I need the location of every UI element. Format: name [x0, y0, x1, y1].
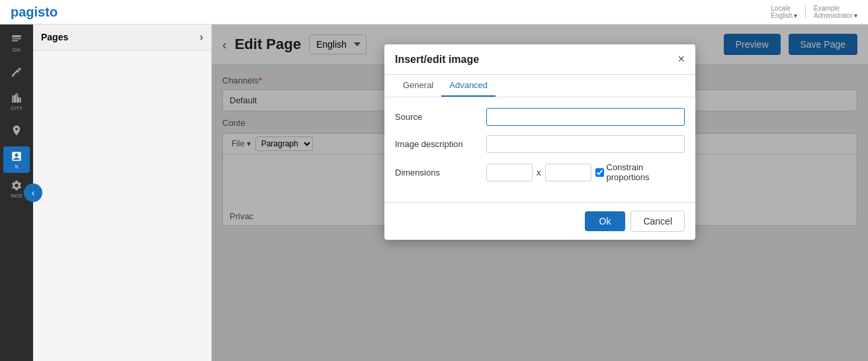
sidebar-item-city[interactable]: CITY	[3, 88, 30, 115]
svg-rect-0	[12, 35, 21, 37]
locale-value: English	[771, 12, 793, 19]
modal-insert-edit-image: Insert/edit image × General Advanced Sou…	[384, 44, 695, 240]
example-label: Example	[814, 5, 840, 12]
sidebar-item-item3[interactable]	[3, 117, 30, 144]
content-area: ‹ Edit Page English French German Spanis…	[212, 25, 868, 361]
pages-panel-header: Pages ›	[33, 25, 211, 50]
tab-general[interactable]: General	[395, 75, 441, 97]
pages-panel-title: Pages	[41, 32, 68, 42]
dimensions-label: Dimensions	[395, 168, 481, 178]
divider	[805, 5, 806, 19]
locale-dropdown-arrow: ▾	[794, 12, 797, 19]
dim-height-input[interactable]	[545, 164, 591, 181]
constrain-checkbox[interactable]	[595, 168, 604, 177]
modal-body: Source Image description Dimensions x	[384, 97, 695, 202]
pages-expand-arrow[interactable]: ›	[200, 31, 203, 43]
source-label: Source	[395, 112, 481, 122]
pages-collapse-btn[interactable]: ‹	[24, 183, 42, 202]
example-dropdown-arrow: ▾	[854, 12, 857, 19]
modal-title: Insert/edit image	[395, 54, 479, 66]
top-bar: pagisto Locale English ▾ Example Adminis…	[0, 0, 868, 25]
cancel-button[interactable]: Cancel	[630, 211, 685, 232]
image-desc-input[interactable]	[486, 135, 685, 153]
constrain-row: Constrain proportions	[595, 162, 685, 182]
image-desc-label: Image description	[395, 139, 481, 149]
pages-panel: Pages › ‹	[33, 25, 212, 361]
dimensions-inputs: x Constrain proportions	[486, 162, 685, 182]
x-separator: x	[537, 168, 541, 178]
locale-value-row: English ▾	[771, 12, 797, 19]
sidebar-settings-label: NGS	[11, 193, 22, 199]
image-desc-row: Image description	[395, 135, 685, 153]
locale-block[interactable]: Locale English ▾	[771, 5, 797, 19]
tab-advanced[interactable]: Advanced	[441, 75, 496, 97]
modal-close-button[interactable]: ×	[677, 52, 685, 66]
svg-rect-1	[12, 38, 21, 39]
locale-label: Locale	[771, 5, 790, 12]
dim-width-input[interactable]	[486, 164, 533, 181]
example-value-row: Administrator ▾	[814, 12, 857, 19]
sidebar-item-edit[interactable]	[3, 59, 30, 85]
source-row: Source	[395, 108, 685, 126]
example-block[interactable]: Example Administrator ▾	[814, 5, 857, 19]
sidebar-item-blog[interactable]: OG	[3, 30, 30, 56]
modal-overlay: Insert/edit image × General Advanced Sou…	[212, 25, 868, 361]
top-bar-right: Locale English ▾ Example Administrator ▾	[771, 5, 857, 19]
modal-footer: Ok Cancel	[384, 202, 695, 240]
dimensions-row: Dimensions x Constrain proportions	[395, 162, 685, 182]
sidebar-item-active[interactable]: S	[3, 146, 30, 173]
main-layout: OG CITY S NGS Pages › ‹	[0, 25, 868, 361]
constrain-label: Constrain proportions	[607, 162, 685, 182]
modal-header: Insert/edit image ×	[384, 44, 695, 75]
svg-rect-2	[12, 40, 18, 41]
sidebar-city-label: CITY	[11, 105, 22, 111]
example-value: Administrator	[814, 12, 853, 19]
modal-tabs: General Advanced	[384, 75, 695, 97]
source-input[interactable]	[486, 108, 685, 126]
sidebar-blog-label: OG	[13, 47, 21, 53]
app-logo: pagisto	[11, 5, 58, 20]
sidebar-active-label: S	[15, 164, 18, 170]
ok-button[interactable]: Ok	[585, 211, 626, 231]
